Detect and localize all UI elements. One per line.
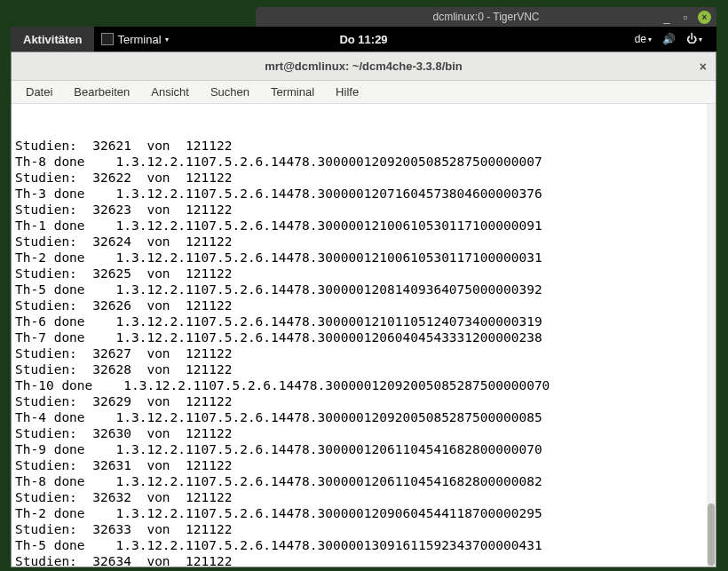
terminal-line: Th-2 done 1.3.12.2.1107.5.2.6.14478.3000… — [15, 505, 712, 521]
terminal-line: Studien: 32633 von 121122 — [15, 521, 712, 537]
menu-bar: Datei Bearbeiten Ansicht Suchen Terminal… — [12, 81, 716, 104]
terminal-line: Th-2 done 1.3.12.2.1107.5.2.6.14478.3000… — [15, 250, 712, 266]
close-icon[interactable]: × — [698, 11, 711, 24]
menu-search[interactable]: Suchen — [202, 83, 258, 101]
terminal-line: Th-5 done 1.3.12.2.1107.5.2.6.14478.3000… — [15, 282, 712, 297]
power-icon[interactable]: ⏻ ▾ — [686, 33, 702, 45]
minimize-icon[interactable]: _ — [661, 11, 673, 23]
terminal-line: Studien: 32631 von 121122 — [15, 457, 712, 473]
activities-button[interactable]: Aktivitäten — [11, 27, 94, 52]
terminal-line: Studien: 32623 von 121122 — [15, 202, 712, 218]
vnc-title: dcmlinux:0 - TigerVNC — [256, 11, 716, 23]
terminal-line: Th-3 done 1.3.12.2.1107.5.2.6.14478.3000… — [15, 186, 712, 202]
clock[interactable]: Do 11:29 — [339, 33, 387, 46]
terminal-line: Studien: 32634 von 121122 — [15, 553, 712, 567]
terminal-line: Studien: 32625 von 121122 — [15, 266, 712, 282]
menu-edit[interactable]: Bearbeiten — [65, 83, 138, 101]
terminal-line: Th-8 done 1.3.12.2.1107.5.2.6.14478.3000… — [15, 473, 712, 489]
terminal-line: Th-4 done 1.3.12.2.1107.5.2.6.14478.3000… — [15, 409, 712, 425]
terminal-line: Studien: 32626 von 121122 — [15, 297, 712, 313]
terminal-line: Th-10 done 1.3.12.2.1107.5.2.6.14478.300… — [15, 377, 712, 393]
system-tray: de ▾ 🔊 ⏻ ▾ — [635, 33, 716, 45]
terminal-line: Studien: 32630 von 121122 — [15, 425, 712, 441]
app-menu-label: Terminal — [117, 33, 161, 46]
terminal-line: Studien: 32622 von 121122 — [15, 170, 712, 186]
scrollbar[interactable] — [707, 104, 716, 567]
terminal-line: Th-1 done 1.3.12.2.1107.5.2.6.14478.3000… — [15, 218, 712, 234]
terminal-line: Studien: 32628 von 121122 — [15, 361, 712, 377]
window-close-icon[interactable]: × — [700, 59, 707, 74]
gnome-top-bar: Aktivitäten Terminal ▾ Do 11:29 de ▾ 🔊 ⏻… — [11, 27, 716, 52]
menu-file[interactable]: Datei — [17, 83, 61, 101]
scroll-thumb[interactable] — [708, 504, 715, 566]
window-titlebar[interactable]: mrt@dcmlinux: ~/dcm4che-3.3.8/bin × — [12, 52, 716, 81]
terminal-line: Studien: 32624 von 121122 — [15, 234, 712, 250]
terminal-line: Th-5 done 1.3.12.2.1107.5.2.6.14478.3000… — [15, 537, 712, 553]
terminal-icon — [101, 33, 114, 45]
menu-view[interactable]: Ansicht — [142, 83, 198, 101]
maximize-icon[interactable]: ▫ — [679, 11, 692, 23]
vnc-titlebar: dcmlinux:0 - TigerVNC _ ▫ × — [256, 7, 716, 27]
chevron-down-icon: ▾ — [165, 36, 169, 44]
menu-terminal[interactable]: Terminal — [262, 83, 323, 101]
volume-icon[interactable]: 🔊 — [662, 33, 676, 45]
terminal-line: Studien: 32629 von 121122 — [15, 393, 712, 409]
terminal-line: Th-6 done 1.3.12.2.1107.5.2.6.14478.3000… — [15, 313, 712, 329]
vnc-window-controls: _ ▫ × — [661, 11, 711, 24]
app-menu[interactable]: Terminal ▾ — [94, 27, 175, 52]
menu-help[interactable]: Hilfe — [327, 83, 368, 101]
terminal-line: Th-8 done 1.3.12.2.1107.5.2.6.14478.3000… — [15, 154, 712, 170]
terminal-output[interactable]: Studien: 32621 von 121122Th-8 done 1.3.1… — [12, 104, 716, 567]
terminal-window: mrt@dcmlinux: ~/dcm4che-3.3.8/bin × Date… — [11, 52, 716, 567]
terminal-line: Studien: 32621 von 121122 — [15, 138, 712, 154]
keyboard-layout[interactable]: de ▾ — [635, 33, 652, 45]
terminal-line: Studien: 32632 von 121122 — [15, 489, 712, 505]
terminal-line: Th-7 done 1.3.12.2.1107.5.2.6.14478.3000… — [15, 329, 712, 345]
window-title: mrt@dcmlinux: ~/dcm4che-3.3.8/bin — [265, 59, 463, 73]
terminal-line: Studien: 32627 von 121122 — [15, 345, 712, 361]
terminal-line: Th-9 done 1.3.12.2.1107.5.2.6.14478.3000… — [15, 441, 712, 457]
